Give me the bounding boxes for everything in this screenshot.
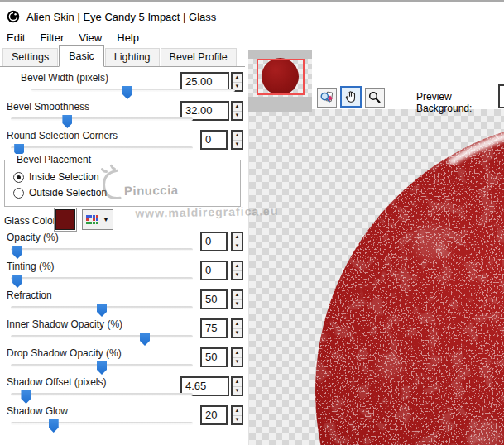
slider-track[interactable] — [11, 275, 193, 289]
spin-value[interactable]: 0 — [200, 261, 228, 280]
spin-value[interactable]: 0 — [200, 130, 228, 150]
value-spinbox[interactable]: 0 ▲ ▼ — [200, 261, 243, 280]
spin-down-button[interactable]: ▼ — [233, 242, 242, 251]
navigator-view-rectangle[interactable] — [257, 59, 305, 95]
group-title: Bevel Placement — [13, 154, 94, 165]
spin-up-button[interactable]: ▲ — [233, 407, 242, 416]
spin-down-button[interactable]: ▼ — [233, 358, 242, 366]
slider-thumb[interactable] — [12, 246, 22, 259]
slider-label: Bevel Smoothness — [7, 101, 89, 112]
spin-up-button[interactable]: ▲ — [233, 320, 242, 329]
slider-label: Inner Shadow Opacity (%) — [7, 318, 122, 330]
spin-up-button[interactable]: ▲ — [233, 378, 242, 387]
slider-track[interactable] — [11, 304, 193, 318]
spin-up-button[interactable]: ▲ — [233, 132, 242, 141]
slider-rail[interactable] — [11, 393, 193, 396]
value-spinbox[interactable]: 20 ▲ ▼ — [200, 405, 243, 425]
pan-tool-button[interactable] — [340, 86, 362, 108]
spin-value[interactable]: 50 — [200, 347, 228, 367]
slider-row: Shadow Glow 20 ▲ ▼ — [0, 405, 245, 433]
radio-label: Outside Selection — [29, 187, 107, 199]
radio-button-icon[interactable] — [13, 188, 24, 199]
navigator-gray-bar — [248, 97, 312, 112]
spin-value[interactable]: 75 — [200, 318, 228, 338]
spin-up-button[interactable]: ▲ — [233, 291, 242, 300]
radio-inside-selection[interactable]: Inside Selection — [13, 170, 99, 184]
slider-thumb[interactable] — [140, 333, 150, 346]
preview-original-toggle-button[interactable] — [317, 88, 337, 108]
slider-thumb[interactable] — [97, 304, 107, 317]
slider-row: Opacity (%) 0 ▲ ▼ — [0, 232, 245, 260]
radio-label: Inside Selection — [29, 171, 99, 183]
slider-thumb[interactable] — [62, 115, 72, 128]
slider-track[interactable] — [31, 86, 235, 101]
color-palette-icon — [86, 215, 98, 224]
spin-down-button[interactable]: ▼ — [233, 416, 242, 424]
slider-thumb[interactable] — [122, 86, 132, 99]
spin-value[interactable]: 20 — [200, 405, 228, 425]
slider-track[interactable] — [11, 390, 193, 405]
glass-color-label: Glass Color — [4, 215, 56, 227]
slider-track[interactable] — [11, 115, 193, 130]
slider-track[interactable] — [11, 333, 193, 347]
spin-up-button[interactable]: ▲ — [233, 349, 242, 358]
spin-down-button[interactable]: ▼ — [233, 387, 242, 395]
slider-rail[interactable] — [11, 335, 193, 338]
slider-track[interactable] — [11, 361, 193, 376]
spin-up-button[interactable]: ▲ — [233, 233, 242, 242]
spin-down-button[interactable]: ▼ — [233, 271, 242, 280]
spin-buttons: ▲ ▼ — [231, 289, 243, 309]
tab-basic[interactable]: Basic — [59, 45, 104, 67]
spin-buttons: ▲ ▼ — [231, 318, 243, 338]
slider-track[interactable] — [11, 419, 193, 434]
radio-button-icon[interactable] — [13, 172, 24, 183]
spin-down-button[interactable]: ▼ — [233, 141, 242, 149]
preview-navigator[interactable] — [248, 50, 312, 112]
value-spinbox[interactable]: 0 ▲ ▼ — [200, 232, 243, 251]
slider-thumb[interactable] — [12, 275, 22, 288]
radio-outside-selection[interactable]: Outside Selection — [13, 186, 107, 199]
value-spinbox[interactable]: 50 ▲ ▼ — [200, 347, 243, 367]
spin-up-button[interactable]: ▲ — [233, 74, 242, 83]
slider-label: Bevel Width (pixels) — [21, 72, 108, 84]
slider-rail[interactable] — [11, 117, 193, 121]
spin-buttons: ▲ ▼ — [231, 347, 243, 367]
spin-buttons: ▲ ▼ — [231, 130, 243, 150]
slider-row: Shadow Offset (pixels) 4.65 ▲ ▼ — [0, 376, 245, 404]
preview-background-dropdown[interactable] — [498, 84, 504, 108]
spin-buttons: ▲ ▼ — [231, 261, 243, 280]
spin-up-button[interactable]: ▲ — [233, 262, 242, 271]
spin-value[interactable]: 50 — [200, 289, 228, 309]
value-spinbox[interactable]: 50 ▲ ▼ — [200, 289, 243, 309]
glass-color-swatch[interactable] — [55, 209, 75, 230]
slider-rail[interactable] — [11, 248, 193, 251]
slider-row: Inner Shadow Opacity (%) 75 ▲ ▼ — [0, 318, 245, 347]
spin-down-button[interactable]: ▼ — [233, 329, 242, 337]
slider-rail[interactable] — [11, 277, 193, 280]
slider-row: Drop Shadow Opacity (%) 50 ▲ ▼ — [0, 347, 245, 376]
spin-down-button[interactable]: ▼ — [233, 112, 242, 120]
plugin-window: Alien Skin | Eye Candy 5 Impact | Glass … — [0, 0, 504, 445]
preview-canvas[interactable] — [248, 109, 504, 445]
slider-rail[interactable] — [11, 422, 193, 425]
value-spinbox[interactable]: 75 ▲ ▼ — [200, 318, 243, 338]
slider-label: Drop Shadow Opacity (%) — [7, 347, 122, 359]
slider-rail[interactable] — [31, 89, 235, 92]
slider-rail[interactable] — [11, 146, 193, 150]
zoom-tool-button[interactable] — [365, 88, 385, 108]
spin-buttons: ▲ ▼ — [231, 232, 243, 251]
slider-label: Shadow Offset (pixels) — [7, 376, 107, 388]
preview-toggle-icon — [319, 90, 334, 105]
spin-value[interactable]: 0 — [200, 232, 228, 251]
value-spinbox[interactable]: 0 ▲ ▼ — [200, 130, 243, 150]
slider-label: Refraction — [7, 289, 52, 301]
bevel-placement-group: Bevel Placement Inside Selection Outside… — [4, 160, 241, 207]
slider-thumb[interactable] — [49, 419, 59, 433]
color-picker-button[interactable]: ▼ — [82, 209, 113, 230]
slider-track[interactable] — [11, 246, 193, 261]
slider-thumb[interactable] — [21, 390, 31, 404]
spin-up-button[interactable]: ▲ — [233, 103, 242, 112]
spin-down-button[interactable]: ▼ — [233, 300, 242, 309]
preview-background-label: Preview Background: — [416, 91, 504, 114]
slider-thumb[interactable] — [97, 361, 107, 375]
